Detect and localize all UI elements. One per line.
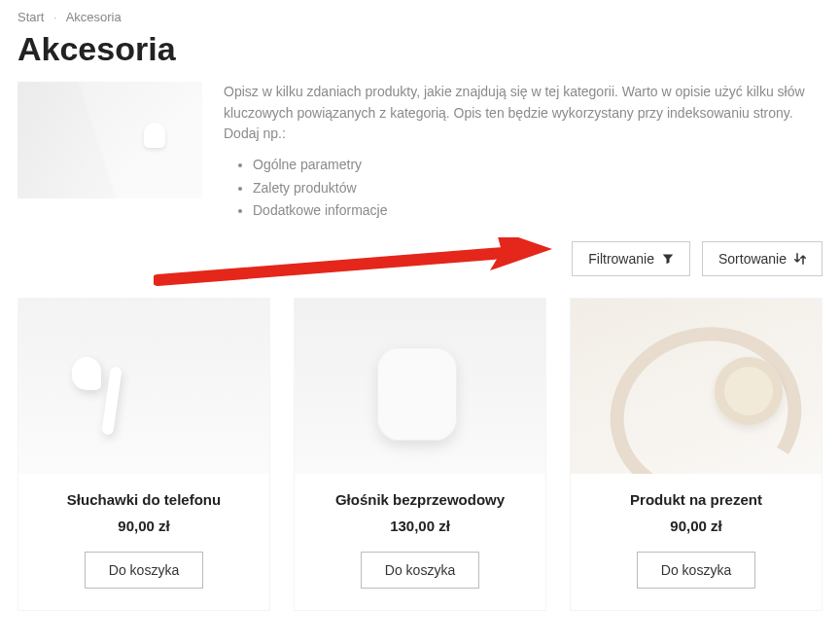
product-image [295,299,545,474]
bullet-item: Zalety produktów [253,178,822,199]
product-price: 90,00 zł [580,518,812,534]
product-price: 90,00 zł [28,518,260,534]
product-card[interactable]: Produkt na prezent 90,00 zł Do koszyka [570,298,822,611]
bullet-item: Ogólne parametry [253,155,822,176]
breadcrumb-current: Akcesoria [66,10,122,24]
filter-icon [662,253,674,265]
bullet-item: Dodatkowe informacje [253,200,822,222]
breadcrumb: Start · Akcesoria [18,10,822,24]
add-to-cart-button[interactable]: Do koszyka [85,552,203,589]
product-name: Produkt na prezent [580,491,812,508]
product-price: 130,00 zł [304,518,536,534]
svg-marker-0 [490,237,552,270]
category-text: Opisz w kilku zdaniach produkty, jakie z… [224,82,822,224]
add-to-cart-button[interactable]: Do koszyka [361,552,479,589]
product-name: Słuchawki do telefonu [28,491,260,508]
page-title: Akcesoria [18,30,822,68]
filter-button[interactable]: Filtrowanie [572,241,690,276]
product-name: Głośnik bezprzewodowy [304,491,536,508]
toolbar: Filtrowanie Sortowanie [18,241,822,276]
product-card[interactable]: Głośnik bezprzewodowy 130,00 zł Do koszy… [294,298,546,611]
product-card[interactable]: Słuchawki do telefonu 90,00 zł Do koszyk… [18,298,270,611]
category-description: Opisz w kilku zdaniach produkty, jakie z… [18,82,822,224]
breadcrumb-home[interactable]: Start [18,10,44,24]
category-image [18,82,202,198]
breadcrumb-separator: · [53,10,57,24]
product-image [571,299,822,474]
category-bullets: Ogólne parametry Zalety produktów Dodatk… [224,155,822,222]
sort-label: Sortowanie [718,251,787,267]
product-image [18,299,269,474]
product-body: Słuchawki do telefonu 90,00 zł Do koszyk… [18,474,269,610]
sort-icon [794,252,806,266]
annotation-arrow [154,237,552,292]
product-body: Głośnik bezprzewodowy 130,00 zł Do koszy… [295,474,545,610]
sort-button[interactable]: Sortowanie [702,241,822,276]
add-to-cart-button[interactable]: Do koszyka [637,552,755,589]
category-intro: Opisz w kilku zdaniach produkty, jakie z… [224,82,822,145]
product-grid: Słuchawki do telefonu 90,00 zł Do koszyk… [18,298,822,611]
filter-label: Filtrowanie [588,251,654,267]
product-body: Produkt na prezent 90,00 zł Do koszyka [571,474,822,610]
